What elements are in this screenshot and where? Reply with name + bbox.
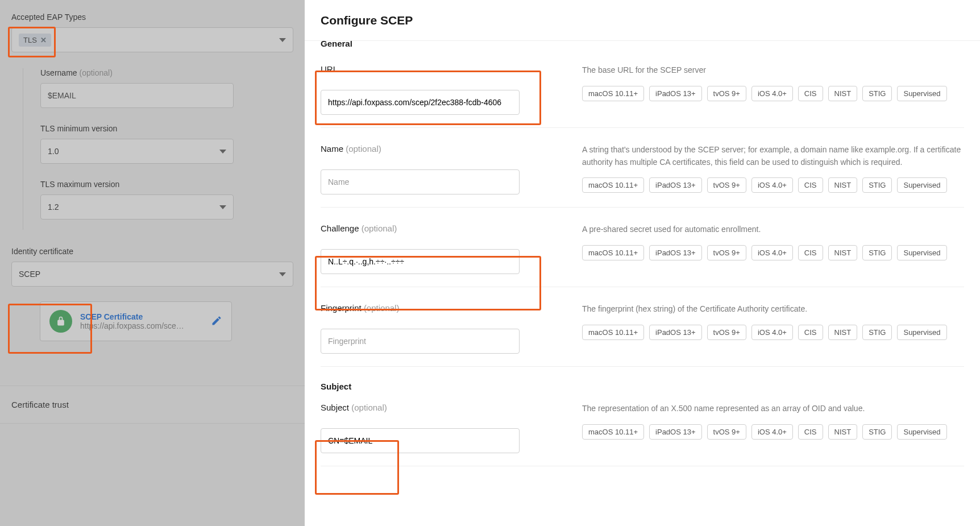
subject-desc: The representation of an X.500 name repr…: [582, 403, 964, 415]
tls-max-label: TLS maximum version: [40, 180, 293, 189]
tag: Supervised: [897, 86, 946, 101]
tag: iOS 4.0+: [751, 177, 793, 193]
tag: CIS: [798, 424, 823, 440]
tag: iPadOS 13+: [649, 177, 701, 193]
challenge-field[interactable]: [321, 249, 520, 274]
eap-chip-tls[interactable]: TLS ✕: [19, 34, 51, 47]
url-tags: macOS 10.11+ iPadOS 13+ tvOS 9+ iOS 4.0+…: [582, 86, 964, 101]
tag: iOS 4.0+: [751, 424, 793, 440]
url-field[interactable]: [321, 90, 520, 115]
eap-types-label: Accepted EAP Types: [11, 13, 293, 22]
lock-icon: [49, 310, 72, 333]
tag: macOS 10.11+: [582, 325, 644, 340]
tag: CIS: [798, 86, 823, 101]
identity-cert-select[interactable]: SCEP: [11, 262, 293, 287]
fingerprint-tags: macOS 10.11+ iPadOS 13+ tvOS 9+ iOS 4.0+…: [582, 325, 964, 340]
tag: tvOS 9+: [707, 86, 746, 101]
tag: tvOS 9+: [707, 245, 746, 260]
tag: CIS: [798, 177, 823, 193]
edit-icon[interactable]: [211, 315, 222, 328]
name-tags: macOS 10.11+ iPadOS 13+ tvOS 9+ iOS 4.0+…: [582, 177, 964, 193]
general-header: General: [321, 41, 964, 48]
tag: macOS 10.11+: [582, 245, 644, 260]
tag: iPadOS 13+: [649, 86, 701, 101]
tag: macOS 10.11+: [582, 424, 644, 440]
eap-chip-label: TLS: [23, 36, 37, 44]
name-desc: A string that's understood by the SCEP s…: [582, 144, 964, 168]
eap-types-select[interactable]: TLS ✕: [11, 27, 293, 52]
tag: STIG: [862, 245, 892, 260]
scep-cert-card[interactable]: SCEP Certificate https://api.foxpass.com…: [40, 301, 232, 341]
chevron-down-icon: [279, 272, 286, 276]
tag: STIG: [862, 86, 892, 101]
challenge-tags: macOS 10.11+ iPadOS 13+ tvOS 9+ iOS 4.0+…: [582, 245, 964, 260]
tag: iPadOS 13+: [649, 424, 701, 440]
challenge-desc: A pre-shared secret used for automatic e…: [582, 223, 964, 236]
username-field[interactable]: $EMAIL: [40, 83, 234, 108]
tag: STIG: [862, 325, 892, 340]
name-field[interactable]: [321, 169, 520, 194]
tag: Supervised: [897, 177, 946, 193]
fingerprint-label: Fingerprint: [321, 303, 362, 313]
tag: iPadOS 13+: [649, 325, 701, 340]
tag: NIST: [828, 245, 858, 260]
tag: Supervised: [897, 245, 946, 260]
chevron-down-icon: [219, 150, 226, 154]
tag: iOS 4.0+: [751, 86, 793, 101]
challenge-label: Challenge: [321, 223, 359, 233]
scep-cert-subtitle: https://api.foxpass.com/sce…: [80, 321, 203, 330]
tag: CIS: [798, 245, 823, 260]
panel-title: Configure SCEP: [305, 0, 980, 41]
fingerprint-desc: The fingerprint (hex string) of the Cert…: [582, 303, 964, 316]
tag: iOS 4.0+: [751, 325, 793, 340]
url-label: URL: [321, 64, 338, 74]
certificate-trust-section[interactable]: Certificate trust: [0, 386, 305, 424]
tag: macOS 10.11+: [582, 177, 644, 193]
subject-header: Subject: [321, 382, 964, 391]
tag: STIG: [862, 424, 892, 440]
tag: STIG: [862, 177, 892, 193]
tag: NIST: [828, 86, 858, 101]
identity-cert-label: Identity certificate: [11, 247, 293, 256]
username-label: Username (optional): [40, 68, 293, 77]
tag: NIST: [828, 177, 858, 193]
tag: iOS 4.0+: [751, 245, 793, 260]
tag: tvOS 9+: [707, 325, 746, 340]
subject-label: Subject: [321, 403, 349, 412]
tag: Supervised: [897, 424, 946, 440]
subject-field[interactable]: [321, 428, 520, 453]
close-icon[interactable]: ✕: [40, 36, 47, 44]
tag: iPadOS 13+: [649, 245, 701, 260]
name-label: Name: [321, 144, 343, 154]
tag: tvOS 9+: [707, 177, 746, 193]
tag: NIST: [828, 424, 858, 440]
chevron-down-icon: [279, 38, 286, 42]
url-desc: The base URL for the SCEP server: [582, 64, 964, 77]
tls-min-label: TLS minimum version: [40, 124, 293, 133]
subject-tags: macOS 10.11+ iPadOS 13+ tvOS 9+ iOS 4.0+…: [582, 424, 964, 440]
chevron-down-icon: [219, 205, 226, 209]
tls-min-select[interactable]: 1.0: [40, 139, 234, 164]
tag: NIST: [828, 325, 858, 340]
tls-max-select[interactable]: 1.2: [40, 194, 234, 219]
tag: Supervised: [897, 325, 946, 340]
tag: macOS 10.11+: [582, 86, 644, 101]
tag: CIS: [798, 325, 823, 340]
fingerprint-field[interactable]: [321, 329, 520, 354]
tag: tvOS 9+: [707, 424, 746, 440]
scep-cert-title: SCEP Certificate: [80, 312, 203, 321]
